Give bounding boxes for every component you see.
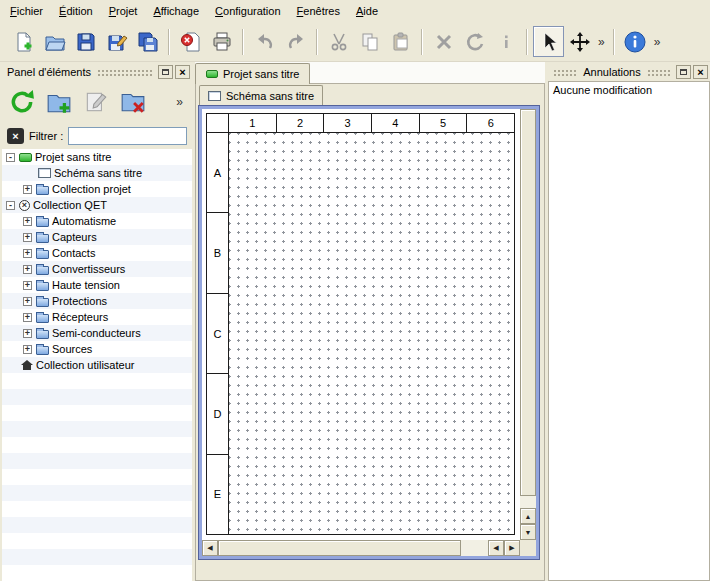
print-button[interactable] [206, 26, 237, 57]
delete-element-button[interactable] [117, 86, 149, 118]
scroll-left-button[interactable] [488, 540, 504, 556]
tree-item-schema[interactable]: Schéma sans titre [2, 165, 192, 181]
panel-toolbar-overflow-chevron[interactable]: » [173, 95, 186, 109]
column-header: 5 [420, 114, 468, 132]
float-panel-button[interactable] [158, 65, 173, 79]
new-document-button[interactable] [8, 26, 39, 57]
delete-button[interactable] [428, 26, 459, 57]
toolbar-separator [613, 29, 615, 55]
scroll-down-button[interactable] [520, 524, 536, 540]
dock-drag-handle[interactable] [553, 68, 577, 76]
menu-fichier[interactable]: Fichier [2, 2, 51, 20]
expander-icon[interactable]: + [23, 265, 32, 274]
elements-panel-titlebar: Panel d'éléments [2, 63, 192, 81]
expander-icon[interactable]: + [23, 217, 32, 226]
tree-item-automatisme[interactable]: + Automatisme [2, 213, 192, 229]
menu-fenetres[interactable]: Fenêtres [289, 2, 348, 20]
menu-aide[interactable]: Aide [348, 2, 386, 20]
about-info-button[interactable] [620, 26, 651, 57]
paste-button[interactable] [385, 26, 416, 57]
move-mode-button[interactable] [564, 26, 595, 57]
edit-element-button[interactable] [80, 86, 112, 118]
schema-grid-wrap: 1 2 3 4 5 6 A B C [206, 113, 515, 535]
folder-icon [36, 266, 49, 275]
vertical-scrollbar[interactable] [520, 109, 536, 540]
tree-item-project[interactable]: - Projet sans titre [2, 149, 192, 165]
tab-schema-sans-titre[interactable]: Schéma sans titre [199, 85, 323, 105]
float-panel-button[interactable] [676, 65, 691, 79]
save-all-button[interactable] [132, 26, 163, 57]
expander-icon[interactable]: + [23, 313, 32, 322]
tree-item-collection-projet[interactable]: + Collection projet [2, 181, 192, 197]
toolbar-separator [526, 29, 528, 55]
folder-icon [36, 346, 49, 355]
expander-icon[interactable]: + [23, 249, 32, 258]
dock-drag-handle[interactable] [647, 68, 671, 76]
tree-item-contacts[interactable]: + Contacts [2, 245, 192, 261]
tab-projet-sans-titre[interactable]: Projet sans titre [195, 63, 310, 84]
cut-button[interactable] [323, 26, 354, 57]
open-document-button[interactable] [39, 26, 70, 57]
close-file-button[interactable] [175, 26, 206, 57]
dock-drag-handle[interactable] [97, 68, 153, 76]
scrollbar-track[interactable] [218, 540, 488, 556]
tree-item-label: Capteurs [52, 231, 97, 243]
tree-item-haute-tension[interactable]: + Haute tension [2, 277, 192, 293]
scrollbar-thumb[interactable] [218, 540, 461, 556]
scrollbar-track[interactable] [520, 496, 536, 508]
schema-canvas[interactable] [229, 133, 514, 534]
filter-label: Filtrer : [29, 130, 63, 142]
tree-item-convertisseurs[interactable]: + Convertisseurs [2, 261, 192, 277]
new-element-button[interactable] [43, 86, 75, 118]
select-mode-button[interactable] [533, 26, 564, 57]
float-icon [680, 69, 687, 75]
rotate-button[interactable] [459, 26, 490, 57]
tree-item-sources[interactable]: + Sources [2, 341, 192, 357]
tree-item-semi-conducteurs[interactable]: + Semi-conducteurs [2, 325, 192, 341]
scroll-up-button[interactable] [520, 508, 536, 524]
rotate-icon [464, 31, 486, 53]
expander-icon[interactable]: + [23, 233, 32, 242]
expander-icon[interactable]: - [6, 153, 15, 162]
menu-projet[interactable]: Projet [101, 2, 146, 20]
column-header: 2 [277, 114, 325, 132]
toolbar-overflow-chevron[interactable]: » [595, 35, 608, 49]
expander-icon[interactable]: + [23, 281, 32, 290]
folder-icon [36, 298, 49, 307]
expander-icon[interactable]: + [23, 329, 32, 338]
element-info-button[interactable] [490, 26, 521, 57]
tree-item-collection-qet[interactable]: - Collection QET [2, 197, 192, 213]
horizontal-scrollbar[interactable] [202, 540, 520, 556]
save-as-button[interactable] [101, 26, 132, 57]
menu-affichage[interactable]: Affichage [145, 2, 207, 20]
copy-button[interactable] [354, 26, 385, 57]
scroll-right-button[interactable] [504, 540, 520, 556]
expander-icon[interactable]: - [6, 201, 15, 210]
expander-icon[interactable]: + [23, 185, 32, 194]
menu-configuration[interactable]: Configuration [207, 2, 288, 20]
clear-filter-button[interactable] [7, 128, 24, 144]
refresh-icon [9, 89, 35, 115]
tree-item-recepteurs[interactable]: + Récepteurs [2, 309, 192, 325]
scrollbar-thumb[interactable] [520, 109, 536, 496]
mdi-area: Projet sans titre Schéma sans titre 1 [195, 62, 545, 581]
expander-icon[interactable]: + [23, 297, 32, 306]
menu-edition[interactable]: Édition [51, 2, 101, 20]
column-header: 3 [324, 114, 372, 132]
float-icon [162, 69, 169, 75]
undo-empty-message: Aucune modification [549, 82, 709, 98]
scroll-left-button[interactable] [202, 540, 218, 556]
undo-button[interactable] [249, 26, 280, 57]
tree-item-capteurs[interactable]: + Capteurs [2, 229, 192, 245]
close-panel-button[interactable] [175, 65, 190, 79]
toolbar-overflow-chevron[interactable]: » [651, 35, 664, 49]
tree-item-protections[interactable]: + Protections [2, 293, 192, 309]
tree-item-collection-utilisateur[interactable]: Collection utilisateur [2, 357, 192, 373]
reload-collections-button[interactable] [6, 86, 38, 118]
undo-list[interactable]: Aucune modification [548, 81, 710, 581]
redo-button[interactable] [280, 26, 311, 57]
save-button[interactable] [70, 26, 101, 57]
close-panel-button[interactable] [693, 65, 708, 79]
filter-input[interactable] [68, 127, 187, 145]
expander-icon[interactable]: + [23, 345, 32, 354]
